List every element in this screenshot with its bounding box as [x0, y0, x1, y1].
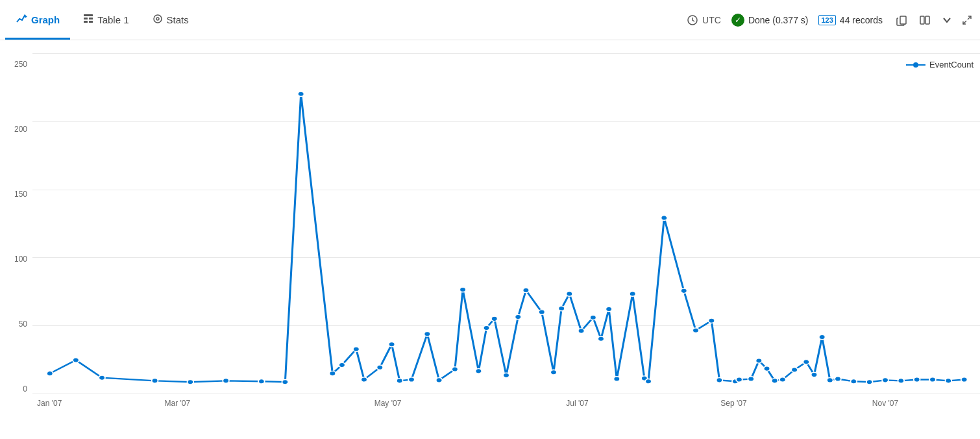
- expand-icon[interactable]: [959, 12, 975, 28]
- svg-point-41: [539, 310, 545, 314]
- svg-point-74: [898, 379, 904, 383]
- svg-point-49: [613, 377, 620, 381]
- tab-table[interactable]: Table 1: [73, 0, 139, 40]
- y-label-100: 100: [14, 255, 27, 264]
- x-label-sep: Sep '07: [720, 399, 746, 408]
- toolbar-actions: [893, 11, 975, 29]
- svg-point-28: [389, 342, 395, 346]
- svg-point-30: [408, 377, 415, 382]
- svg-point-54: [681, 288, 687, 293]
- svg-point-45: [578, 329, 585, 333]
- svg-point-53: [661, 216, 667, 220]
- y-label-250: 250: [14, 60, 27, 69]
- svg-point-72: [866, 379, 873, 384]
- y-label-50: 50: [19, 320, 27, 329]
- svg-point-48: [606, 307, 612, 311]
- x-label-jan: Jan '07: [37, 399, 62, 408]
- done-status: ✓ Done (0.377 s): [731, 14, 809, 27]
- svg-point-42: [550, 370, 557, 375]
- tab-table-label: Table 1: [97, 14, 129, 25]
- tab-graph[interactable]: Graph: [5, 0, 70, 40]
- svg-point-33: [452, 367, 458, 371]
- svg-point-66: [803, 360, 809, 364]
- done-icon: ✓: [731, 14, 744, 27]
- utc-status[interactable]: UTC: [687, 14, 721, 26]
- svg-rect-9: [900, 16, 906, 24]
- toolbar: Graph Table 1 Stats: [0, 0, 980, 40]
- svg-point-40: [523, 288, 530, 292]
- chart-container: Jan '07 Mar '07 May '07 Jul '07 Sep '07 …: [32, 53, 980, 413]
- svg-point-75: [914, 377, 920, 382]
- svg-point-57: [717, 378, 723, 383]
- svg-point-60: [748, 377, 754, 381]
- records-badge: 123 44 records: [818, 15, 883, 25]
- svg-point-25: [353, 347, 360, 351]
- x-labels: Jan '07 Mar '07 May '07 Jul '07 Sep '07 …: [32, 394, 980, 413]
- svg-point-29: [397, 379, 403, 383]
- svg-point-70: [835, 377, 841, 381]
- svg-rect-4: [84, 21, 88, 23]
- columns-icon[interactable]: [916, 11, 935, 29]
- tab-stats[interactable]: Stats: [142, 0, 199, 40]
- svg-point-39: [515, 314, 521, 319]
- legend-dot: [906, 64, 925, 66]
- svg-point-56: [708, 318, 715, 323]
- records-label: 44 records: [840, 15, 883, 25]
- legend-eventcount: EventCount: [906, 60, 974, 69]
- svg-rect-5: [89, 21, 93, 23]
- svg-point-59: [736, 377, 742, 382]
- svg-point-73: [882, 378, 888, 383]
- svg-rect-11: [925, 16, 929, 24]
- copy-icon[interactable]: [893, 11, 911, 29]
- svg-point-46: [590, 315, 596, 320]
- tab-stats-label: Stats: [167, 14, 189, 25]
- svg-marker-0: [25, 14, 27, 17]
- svg-point-64: [779, 377, 786, 382]
- svg-point-76: [929, 377, 936, 382]
- x-label-mar: Mar '07: [165, 399, 191, 408]
- utc-label: UTC: [702, 15, 721, 25]
- svg-point-47: [598, 336, 604, 341]
- stats-icon: [153, 14, 163, 26]
- chart-area: 250 200 150 100 50 0: [0, 40, 980, 439]
- line-chart: [32, 53, 980, 394]
- table-icon: [83, 14, 93, 26]
- svg-rect-10: [920, 16, 924, 24]
- svg-point-31: [424, 332, 430, 336]
- svg-point-65: [791, 368, 798, 372]
- x-label-jul: Jul '07: [566, 399, 588, 408]
- svg-rect-1: [84, 14, 93, 16]
- svg-point-34: [459, 287, 466, 292]
- svg-point-68: [819, 334, 826, 339]
- svg-point-77: [945, 379, 951, 383]
- svg-point-17: [152, 379, 158, 383]
- svg-point-27: [376, 365, 383, 370]
- svg-point-44: [566, 292, 572, 296]
- chevron-down-icon[interactable]: [940, 13, 954, 27]
- svg-point-38: [503, 373, 509, 377]
- graph-icon: [16, 13, 27, 27]
- svg-point-50: [630, 292, 636, 296]
- svg-point-69: [827, 378, 833, 383]
- svg-point-16: [99, 375, 105, 380]
- svg-point-35: [476, 369, 482, 373]
- x-label-nov: Nov '07: [872, 399, 898, 408]
- svg-rect-3: [89, 18, 93, 19]
- svg-point-52: [645, 379, 652, 384]
- svg-point-78: [961, 377, 968, 382]
- svg-point-43: [558, 306, 565, 310]
- svg-point-26: [361, 377, 367, 382]
- svg-point-23: [329, 371, 336, 375]
- svg-point-61: [755, 358, 762, 363]
- done-label: Done (0.377 s): [748, 15, 809, 25]
- svg-point-6: [154, 15, 162, 23]
- svg-point-18: [187, 379, 193, 384]
- legend: EventCount: [906, 60, 974, 69]
- svg-rect-2: [84, 18, 88, 19]
- records-icon: 123: [818, 15, 835, 25]
- svg-point-14: [47, 371, 53, 375]
- x-label-may: May '07: [374, 399, 402, 408]
- svg-point-21: [282, 379, 288, 384]
- y-label-150: 150: [14, 190, 27, 199]
- svg-point-36: [484, 325, 490, 330]
